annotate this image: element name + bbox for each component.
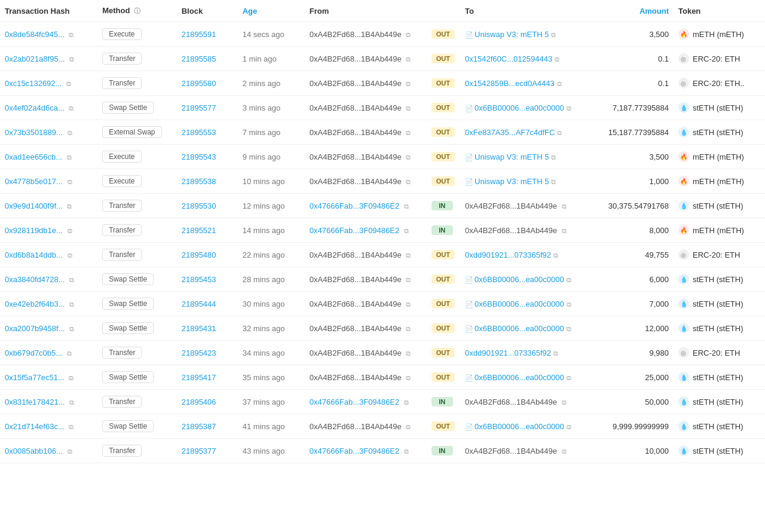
from-address[interactable]: 0xA4B2Fd68...1B4Ab449e (310, 177, 402, 186)
from-address[interactable]: 0xA4B2Fd68...1B4Ab449e (310, 30, 402, 39)
to-address-link[interactable]: 0x6BB00006...ea00c0000 (475, 103, 564, 112)
from-copy-icon[interactable]: ⧉ (406, 56, 411, 63)
to-address-link[interactable]: 0x1542f60C...012594443 (465, 54, 552, 63)
tx-hash-link[interactable]: 0xd6b8a14ddb... (5, 250, 63, 259)
to-address-link[interactable]: 0xdd901921...073365f92 (465, 348, 551, 357)
block-link[interactable]: 21895538 (182, 177, 216, 186)
tx-copy-icon[interactable]: ⧉ (67, 154, 72, 161)
from-copy-icon[interactable]: ⧉ (404, 448, 409, 455)
to-copy-icon[interactable]: ⧉ (562, 227, 567, 234)
block-link[interactable]: 21895444 (182, 299, 216, 308)
block-link[interactable]: 21895406 (182, 398, 216, 406)
to-copy-icon[interactable]: ⧉ (551, 31, 556, 38)
tx-copy-icon[interactable]: ⧉ (68, 227, 72, 234)
to-address-link[interactable]: Uniswap V3: mETH 5 (475, 30, 549, 39)
tx-copy-icon[interactable]: ⧉ (68, 448, 72, 455)
to-address-link[interactable]: 0x6BB00006...ea00c0000 (475, 422, 564, 431)
block-link[interactable]: 21895591 (182, 30, 216, 39)
block-link[interactable]: 21895530 (182, 201, 216, 210)
tx-copy-icon[interactable]: ⧉ (69, 399, 74, 406)
to-copy-icon[interactable]: ⧉ (557, 80, 562, 87)
from-address[interactable]: 0xA4B2Fd68...1B4Ab449e (310, 348, 402, 357)
to-copy-icon[interactable]: ⧉ (567, 423, 571, 430)
tx-hash-link[interactable]: 0x0085abb106... (5, 447, 63, 455)
from-address[interactable]: 0xA4B2Fd68...1B4Ab449e (310, 54, 402, 63)
tx-hash-link[interactable]: 0xb679d7c0b5... (5, 348, 62, 357)
block-link[interactable]: 21895580 (182, 79, 216, 88)
tx-hash-link[interactable]: 0xa2007b9458f... (5, 324, 65, 333)
tx-hash-link[interactable]: 0x2ab021a8f95... (5, 54, 65, 63)
from-address[interactable]: 0x47666Fab...3F09486E2 (310, 447, 399, 455)
tx-copy-icon[interactable]: ⧉ (69, 423, 74, 430)
from-address[interactable]: 0x47666Fab...3F09486E2 (310, 201, 399, 210)
from-address[interactable]: 0xA4B2Fd68...1B4Ab449e (310, 275, 402, 284)
block-link[interactable]: 21895577 (182, 103, 216, 112)
tx-copy-icon[interactable]: ⧉ (67, 350, 72, 357)
block-link[interactable]: 21895453 (182, 275, 216, 284)
tx-hash-link[interactable]: 0xe42eb2f64b3... (5, 299, 65, 308)
to-copy-icon[interactable]: ⧉ (562, 448, 567, 455)
from-copy-icon[interactable]: ⧉ (404, 203, 409, 210)
tx-copy-icon[interactable]: ⧉ (69, 276, 74, 283)
tx-copy-icon[interactable]: ⧉ (68, 129, 72, 136)
tx-hash-link[interactable]: 0xc15c132692... (5, 79, 62, 88)
from-copy-icon[interactable]: ⧉ (406, 80, 411, 87)
to-copy-icon[interactable]: ⧉ (551, 178, 556, 185)
tx-hash-link[interactable]: 0xad1ee656cb... (5, 152, 62, 161)
to-copy-icon[interactable]: ⧉ (567, 301, 571, 308)
block-link[interactable]: 21895377 (182, 447, 216, 455)
to-address-link[interactable]: 0x6BB00006...ea00c0000 (475, 299, 564, 308)
to-copy-icon[interactable]: ⧉ (553, 252, 558, 259)
to-copy-icon[interactable]: ⧉ (562, 203, 567, 210)
from-copy-icon[interactable]: ⧉ (406, 301, 411, 308)
to-address-link[interactable]: 0x6BB00006...ea00c0000 (475, 324, 564, 333)
from-copy-icon[interactable]: ⧉ (406, 178, 411, 185)
to-address-link[interactable]: 0xFe837A35...AF7c4dfFC (465, 128, 555, 137)
from-copy-icon[interactable]: ⧉ (406, 423, 411, 430)
from-address[interactable]: 0xA4B2Fd68...1B4Ab449e (310, 103, 402, 112)
from-address[interactable]: 0xA4B2Fd68...1B4Ab449e (310, 324, 402, 333)
to-copy-icon[interactable]: ⧉ (562, 399, 567, 406)
col-amount[interactable]: Amount (594, 0, 674, 22)
tx-copy-icon[interactable]: ⧉ (69, 105, 74, 112)
tx-copy-icon[interactable]: ⧉ (68, 252, 72, 259)
tx-hash-link[interactable]: 0x4778b5e017... (5, 177, 63, 186)
tx-hash-link[interactable]: 0x4ef02a4d6ca... (5, 103, 65, 112)
from-address[interactable]: 0xA4B2Fd68...1B4Ab449e (310, 299, 402, 308)
tx-copy-icon[interactable]: ⧉ (69, 31, 74, 38)
from-address[interactable]: 0x47666Fab...3F09486E2 (310, 226, 399, 235)
tx-copy-icon[interactable]: ⧉ (69, 56, 74, 63)
from-copy-icon[interactable]: ⧉ (406, 105, 411, 112)
tx-copy-icon[interactable]: ⧉ (69, 301, 74, 308)
block-link[interactable]: 21895387 (182, 422, 216, 431)
from-copy-icon[interactable]: ⧉ (406, 31, 411, 38)
tx-copy-icon[interactable]: ⧉ (68, 178, 72, 185)
block-link[interactable]: 21895417 (182, 373, 216, 382)
tx-hash-link[interactable]: 0x73b3501889... (5, 128, 63, 137)
tx-hash-link[interactable]: 0x21d714ef63c... (5, 422, 65, 431)
tx-copy-icon[interactable]: ⧉ (69, 325, 74, 332)
tx-hash-link[interactable]: 0x928119db1e... (5, 226, 63, 235)
block-link[interactable]: 21895543 (182, 152, 216, 161)
to-address-link[interactable]: 0x6BB00006...ea00c0000 (475, 275, 564, 284)
from-address[interactable]: 0xA4B2Fd68...1B4Ab449e (310, 422, 402, 431)
tx-copy-icon[interactable]: ⧉ (69, 374, 74, 381)
to-copy-icon[interactable]: ⧉ (551, 154, 556, 161)
from-copy-icon[interactable]: ⧉ (406, 350, 411, 357)
block-link[interactable]: 21895431 (182, 324, 216, 333)
tx-hash-link[interactable]: 0x9e9d1400f9f... (5, 201, 63, 210)
to-address-link[interactable]: Uniswap V3: mETH 5 (475, 152, 549, 161)
from-copy-icon[interactable]: ⧉ (404, 399, 409, 406)
tx-hash-link[interactable]: 0x15f5a77ec51... (5, 373, 65, 382)
tx-hash-link[interactable]: 0x831fe178421... (5, 398, 65, 406)
to-copy-icon[interactable]: ⧉ (567, 325, 571, 332)
from-address[interactable]: 0x47666Fab...3F09486E2 (310, 398, 399, 406)
from-address[interactable]: 0xA4B2Fd68...1B4Ab449e (310, 128, 402, 137)
block-link[interactable]: 21895480 (182, 250, 216, 259)
from-copy-icon[interactable]: ⧉ (406, 325, 411, 332)
from-copy-icon[interactable]: ⧉ (406, 154, 411, 161)
to-copy-icon[interactable]: ⧉ (567, 276, 571, 283)
tx-hash-link[interactable]: 0x8de584fc945... (5, 30, 65, 39)
to-address-link[interactable]: 0x6BB00006...ea00c0000 (475, 373, 564, 382)
from-copy-icon[interactable]: ⧉ (406, 374, 411, 381)
